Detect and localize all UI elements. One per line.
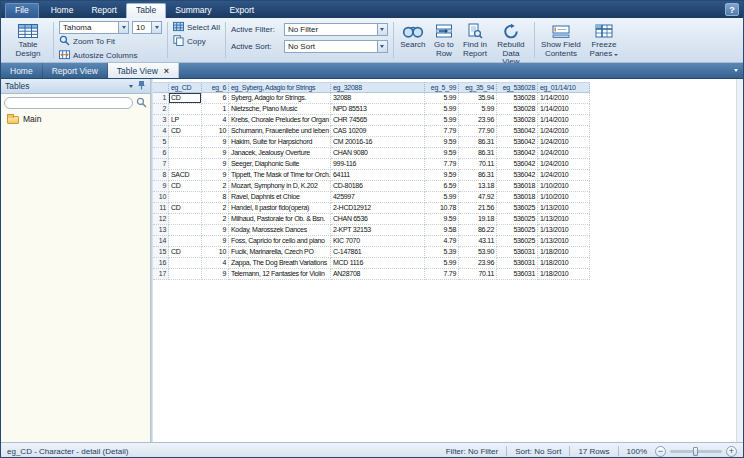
table-cell[interactable]: 5.99 <box>425 93 459 104</box>
table-cell[interactable]: CD <box>169 126 202 137</box>
doc-tab-home[interactable]: Home <box>1 63 43 78</box>
table-design-button[interactable]: Table Design <box>8 21 48 59</box>
tab-home[interactable]: Home <box>42 3 83 18</box>
table-cell[interactable]: CHAN 9080 <box>331 148 425 159</box>
table-cell[interactable]: Seeger, Diaphonic Suite <box>229 159 331 170</box>
table-cell[interactable]: Nietzsche, Piano Music <box>229 104 331 115</box>
column-header[interactable]: eg_CD <box>169 82 202 93</box>
table-cell[interactable]: 8 <box>202 192 229 203</box>
table-row[interactable]: 59Hakim, Suite for HarpsichordCM 20016-1… <box>153 137 590 148</box>
row-number-cell[interactable]: 1 <box>153 93 169 104</box>
table-cell[interactable] <box>169 159 202 170</box>
table-cell[interactable]: 1/18/2010 <box>538 258 590 269</box>
table-cell[interactable]: 35.94 <box>459 93 497 104</box>
table-cell[interactable]: 10.78 <box>425 203 459 214</box>
find-in-report-button[interactable]: Find in Report <box>459 21 491 59</box>
table-cell[interactable]: 536042 <box>497 126 538 137</box>
table-cell[interactable]: 77.90 <box>459 126 497 137</box>
table-cell[interactable]: CM 20016-16 <box>331 137 425 148</box>
table-cell[interactable]: Zappa, The Dog Breath Variations <box>229 258 331 269</box>
row-number-cell[interactable]: 15 <box>153 247 169 258</box>
row-number-cell[interactable]: 6 <box>153 148 169 159</box>
table-cell[interactable]: 7.79 <box>425 269 459 280</box>
table-cell[interactable]: 23.96 <box>459 115 497 126</box>
table-cell[interactable]: 1/24/2010 <box>538 137 590 148</box>
table-row[interactable]: 4CD10Schumann, Frauenliebe und lebenCAS … <box>153 126 590 137</box>
row-number-cell[interactable]: 9 <box>153 181 169 192</box>
table-cell[interactable]: 1/10/2010 <box>538 181 590 192</box>
table-cell[interactable]: 1/14/2010 <box>538 93 590 104</box>
tab-summary[interactable]: Summary <box>166 3 220 18</box>
table-cell[interactable]: 32088 <box>331 93 425 104</box>
table-row[interactable]: 11CD2Handel, Il pastor fido(opera)2-HCD1… <box>153 203 590 214</box>
font-size-select[interactable]: 10 <box>132 21 162 34</box>
zoom-slider[interactable] <box>670 450 722 453</box>
table-cell[interactable]: 2-HCD12912 <box>331 203 425 214</box>
table-row[interactable]: 79Seeger, Diaphonic Suite999-1167.7970.1… <box>153 159 590 170</box>
search-icon[interactable] <box>136 94 147 112</box>
table-cell[interactable]: 86.31 <box>459 137 497 148</box>
table-cell[interactable]: 23.96 <box>459 258 497 269</box>
table-cell[interactable]: 1/24/2010 <box>538 159 590 170</box>
row-number-cell[interactable]: 13 <box>153 225 169 236</box>
table-cell[interactable]: 5.99 <box>425 258 459 269</box>
table-cell[interactable]: LP <box>169 115 202 126</box>
column-header[interactable]: eg_32088 <box>331 82 425 93</box>
table-cell[interactable]: CHR 74565 <box>331 115 425 126</box>
table-cell[interactable]: 5.39 <box>425 247 459 258</box>
table-row[interactable]: 69Janacek, Jealousy OvertureCHAN 90809.5… <box>153 148 590 159</box>
table-cell[interactable]: 2 <box>202 203 229 214</box>
table-cell[interactable]: 2-KPT 32153 <box>331 225 425 236</box>
zoom-out-button[interactable]: − <box>655 446 666 457</box>
table-cell[interactable]: 21.56 <box>459 203 497 214</box>
table-cell[interactable]: NPD 85513 <box>331 104 425 115</box>
table-cell[interactable]: C-147861 <box>331 247 425 258</box>
pin-icon[interactable] <box>137 80 146 92</box>
table-row[interactable]: 139Koday, Marosszek Dances2-KPT 321539.5… <box>153 225 590 236</box>
table-cell[interactable]: 536018 <box>497 181 538 192</box>
table-cell[interactable]: 7.79 <box>425 126 459 137</box>
chevron-down-icon[interactable] <box>129 85 133 88</box>
row-number-cell[interactable]: 10 <box>153 192 169 203</box>
table-cell[interactable] <box>169 192 202 203</box>
table-cell[interactable]: 10 <box>202 126 229 137</box>
table-cell[interactable]: CD-80186 <box>331 181 425 192</box>
table-row[interactable]: 9CD2Mozart, Symphony in D, K.202CD-80186… <box>153 181 590 192</box>
grid-corner-cell[interactable] <box>153 82 169 93</box>
search-button[interactable]: Search <box>397 21 429 51</box>
row-number-cell[interactable]: 2 <box>153 104 169 115</box>
table-cell[interactable]: 536042 <box>497 137 538 148</box>
column-header[interactable]: eg_6 <box>202 82 229 93</box>
row-number-cell[interactable]: 14 <box>153 236 169 247</box>
table-cell[interactable]: 536042 <box>497 159 538 170</box>
table-cell[interactable] <box>169 148 202 159</box>
table-cell[interactable]: 5.99 <box>425 115 459 126</box>
table-row[interactable]: 179Telemann, 12 Fantasies for ViolinAN28… <box>153 269 590 280</box>
table-cell[interactable]: 9 <box>202 269 229 280</box>
table-cell[interactable]: 9.59 <box>425 148 459 159</box>
table-cell[interactable]: 7.79 <box>425 159 459 170</box>
table-row[interactable]: 1CD6Syberg, Adagio for Strings.320885.99… <box>153 93 590 104</box>
table-cell[interactable]: 13.18 <box>459 181 497 192</box>
table-cell[interactable]: 43.11 <box>459 236 497 247</box>
table-cell[interactable]: 1 <box>202 104 229 115</box>
table-cell[interactable] <box>169 137 202 148</box>
table-cell[interactable]: 536025 <box>497 236 538 247</box>
table-cell[interactable]: 4 <box>202 258 229 269</box>
close-icon[interactable]: × <box>164 67 169 75</box>
table-cell[interactable]: 1/14/2010 <box>538 115 590 126</box>
table-row[interactable]: 108Ravel, Daphnis et Chloe4259975.9947.9… <box>153 192 590 203</box>
table-cell[interactable]: CD <box>169 203 202 214</box>
row-number-cell[interactable]: 7 <box>153 159 169 170</box>
column-header[interactable]: eg_35_94 <box>459 82 497 93</box>
table-cell[interactable]: 86.31 <box>459 148 497 159</box>
table-cell[interactable]: 425997 <box>331 192 425 203</box>
table-cell[interactable]: CD <box>169 181 202 192</box>
table-cell[interactable]: 1/13/2010 <box>538 236 590 247</box>
row-number-cell[interactable]: 17 <box>153 269 169 280</box>
table-cell[interactable]: 536018 <box>497 192 538 203</box>
doc-tab-report-view[interactable]: Report View <box>43 63 108 78</box>
table-cell[interactable]: Janacek, Jealousy Overture <box>229 148 331 159</box>
row-number-cell[interactable]: 4 <box>153 126 169 137</box>
table-cell[interactable]: Schumann, Frauenliebe und leben <box>229 126 331 137</box>
